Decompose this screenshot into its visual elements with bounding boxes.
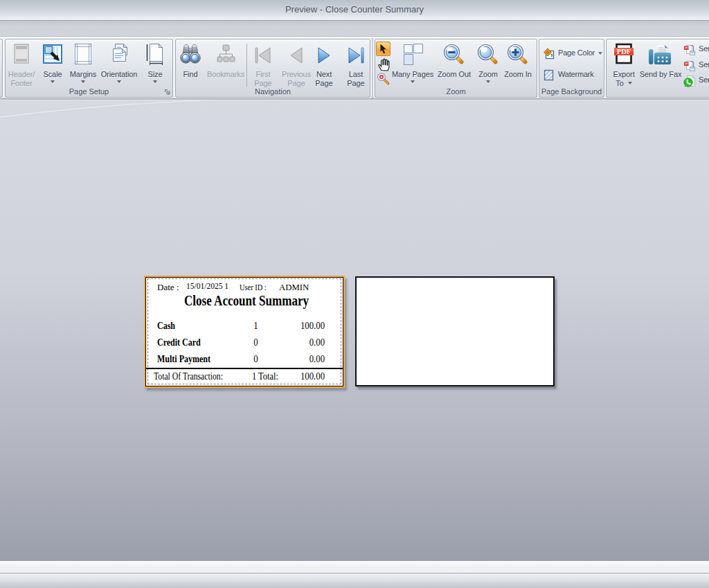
svg-text:PDF: PDF [617, 48, 631, 55]
